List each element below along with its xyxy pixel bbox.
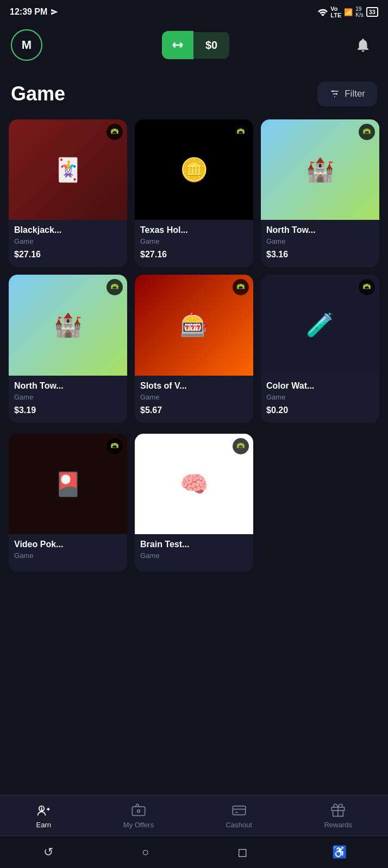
android-badge [233,438,249,454]
page-title: Game [11,83,65,105]
game-name: Video Pok... [14,540,122,549]
game-price: $3.16 [266,250,374,259]
android-badge [107,124,123,140]
game-info: Color Wat... Game $0.20 [261,376,379,415]
battery-indicator: 33 [366,7,378,17]
game-name: Blackjack... [14,225,122,235]
game-card-texas[interactable]: 🪙 Texas Hol... Game $27.16 [135,119,253,267]
game-card-blackjack[interactable]: 🃏 Blackjack... Game $27.16 [9,119,127,267]
nav-cashout[interactable]: Cashout [226,803,252,829]
game-price: $0.20 [266,406,374,415]
game-name: North Tow... [14,381,122,391]
app-header: M $0 [0,22,388,71]
game-card-northtow2[interactable]: 🏰 North Tow... Game $3.19 [9,275,127,422]
accessibility-button[interactable]: ♿ [328,840,352,864]
balance-amount: $0 [193,32,229,59]
game-card-videopok[interactable]: 🎴 Video Pok... Game [9,434,127,572]
page-title-row: Game Filter [0,71,388,119]
game-type: Game [14,552,122,560]
home-button[interactable]: ○ [134,840,158,864]
notification-button[interactable] [349,31,377,59]
svg-point-4 [336,93,337,94]
android-badge [233,124,249,140]
svg-point-7 [137,810,140,813]
balance-button[interactable]: $0 [162,31,229,59]
game-type: Game [140,393,248,401]
game-card-northtow1[interactable]: 🏰 North Tow... Game $3.16 [261,119,379,267]
system-nav: ↺ ○ ◻ ♿ [0,835,388,868]
balance-icon [162,31,193,59]
avatar[interactable]: M [11,29,42,61]
game-card-colorwater[interactable]: 🧪 Color Wat... Game $0.20 [261,275,379,422]
game-price: $27.16 [140,250,248,259]
svg-rect-6 [132,807,145,815]
game-info: Brain Test... Game [135,534,253,560]
game-info: Slots of V... Game $5.67 [135,376,253,415]
filter-button[interactable]: Filter [317,81,377,106]
game-type: Game [266,237,374,245]
game-type: Game [14,237,122,245]
nav-earn[interactable]: Earn [36,803,51,829]
game-info: North Tow... Game $3.16 [261,220,379,259]
game-grid: 🃏 Blackjack... Game $27.16 🪙 Texas Hol..… [0,119,388,434]
game-type: Game [140,552,248,560]
game-info: North Tow... Game $3.19 [9,376,127,415]
status-bar: 12:39 PM VoLTE 📶 19K/s 33 [0,0,388,22]
game-name: Slots of V... [140,381,248,391]
game-type: Game [266,393,374,401]
game-name: Texas Hol... [140,225,248,235]
status-time: 12:39 PM [10,7,58,17]
game-card-slots[interactable]: 🎰 Slots of V... Game $5.67 [135,275,253,422]
game-info: Blackjack... Game $27.16 [9,220,127,259]
android-badge [107,438,123,454]
svg-point-3 [332,90,334,92]
game-card-braintest[interactable]: 🧠 Brain Test... Game [135,434,253,572]
bottom-nav: Earn My Offers Cashout Rewards [0,795,388,835]
recents-button[interactable]: ◻ [230,840,254,864]
android-badge [359,124,375,140]
svg-rect-8 [233,806,245,815]
nav-my-offers[interactable]: My Offers [123,803,154,829]
game-name: North Tow... [266,225,374,235]
game-type: Game [14,393,122,401]
game-price: $5.67 [140,406,248,415]
status-icons: VoLTE 📶 19K/s 33 [318,5,378,18]
back-button[interactable]: ↺ [36,840,60,864]
game-type: Game [140,237,248,245]
game-grid-partial: 🎴 Video Pok... Game 🧠 Brain Test... [0,434,388,626]
game-price: $27.16 [14,250,122,259]
game-info: Texas Hol... Game $27.16 [135,220,253,259]
game-info: Video Pok... Game [9,534,127,560]
game-name: Color Wat... [266,381,374,391]
game-price: $3.19 [14,406,122,415]
nav-rewards[interactable]: Rewards [324,803,352,829]
game-name: Brain Test... [140,540,248,549]
